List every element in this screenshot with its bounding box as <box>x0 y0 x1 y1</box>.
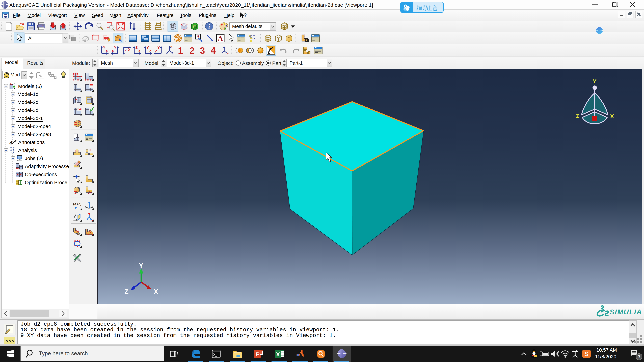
svg-text:Z: Z <box>155 49 157 53</box>
svg-text:Y: Y <box>139 262 144 269</box>
svg-text:P: P <box>256 351 260 358</box>
svg-text:X: X <box>112 49 114 53</box>
svg-text:X: X <box>106 49 108 53</box>
svg-text:Y: Y <box>158 46 160 49</box>
svg-text:Y: Y <box>146 46 149 49</box>
svg-text:Y: Y <box>103 46 105 49</box>
svg-text:SIMULIA: SIMULIA <box>610 308 642 316</box>
svg-text:A: A <box>218 34 223 42</box>
svg-text:S4R: S4R <box>78 108 82 111</box>
svg-text:Y: Y <box>170 46 172 48</box>
svg-text:Z: Z <box>149 49 151 53</box>
svg-text:i: i <box>208 23 210 30</box>
svg-text:X: X <box>610 113 614 119</box>
svg-text:X: X <box>154 288 158 295</box>
svg-text:Z: Z <box>124 288 128 295</box>
svg-text:Z: Z <box>136 46 138 49</box>
svg-text:(XYZ): (XYZ) <box>73 202 82 206</box>
svg-text:Y: Y <box>114 46 116 49</box>
svg-text:Z: Z <box>576 113 580 119</box>
svg-text:X: X <box>138 49 140 53</box>
svg-text:Z: Z <box>125 48 127 52</box>
svg-text:X: X <box>276 351 280 358</box>
svg-text:?: ? <box>244 12 247 18</box>
svg-text:X: X <box>128 48 130 51</box>
svg-text:Y: Y <box>593 78 596 84</box>
svg-text:A: A <box>10 139 13 145</box>
